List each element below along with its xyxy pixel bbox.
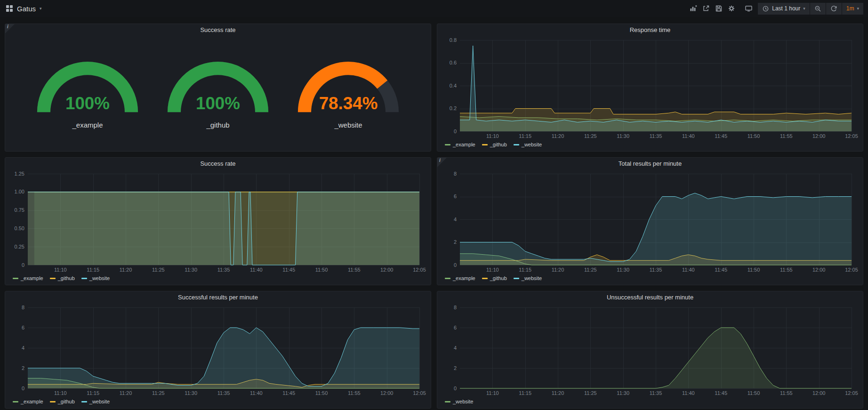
panel-title[interactable]: Successful results per minute	[9, 291, 427, 304]
x-tick-label: 11:10	[486, 390, 499, 396]
x-tick-label: 11:55	[780, 390, 793, 396]
legend-label: _website	[89, 399, 110, 404]
chart-legend: _example_github_website	[441, 273, 859, 283]
x-tick-label: 12:00	[812, 133, 826, 139]
legend-item-_github[interactable]: _github	[482, 275, 507, 281]
legend-item-_example[interactable]: _example	[445, 142, 475, 147]
series-area-_website	[28, 328, 419, 388]
x-tick-label: 11:45	[715, 267, 727, 273]
save-button[interactable]	[712, 3, 725, 14]
x-tick-label: 11:35	[217, 390, 230, 396]
dashboard-title[interactable]: Gatus	[17, 5, 36, 13]
gauge-name: _github	[206, 121, 229, 129]
response-time-chart[interactable]: 00.20.40.60.811:1011:1511:2011:2511:3011…	[441, 36, 859, 140]
legend-marker-icon	[445, 144, 450, 145]
legend-item-_website[interactable]: _website	[514, 142, 542, 147]
x-tick-label: 11:50	[747, 390, 760, 396]
navbar-left: Gatus ▾	[6, 5, 42, 13]
panel-title[interactable]: Total results per minute	[441, 158, 859, 170]
x-tick-label: 11:40	[250, 390, 263, 396]
total-results-chart[interactable]: 0246811:1011:1511:2011:2511:3011:3511:40…	[441, 170, 859, 273]
legend-item-_website[interactable]: _website	[81, 399, 110, 404]
x-tick-label: 11:50	[315, 390, 328, 396]
x-tick-label: 12:05	[413, 390, 426, 396]
x-tick-label: 11:20	[552, 267, 564, 273]
x-tick-label: 11:45	[715, 133, 727, 139]
panel-success-rate-timeseries: Success rate 00.250.500.751.001.2511:101…	[5, 157, 431, 285]
refresh-interval-button[interactable]: 1m ▾	[842, 3, 863, 15]
chevron-down-icon: ▾	[803, 7, 805, 11]
series-area-_website	[28, 192, 419, 265]
x-tick-label: 11:30	[617, 267, 629, 273]
gauge-_example: 100%_example	[31, 55, 144, 129]
y-tick-label: 4	[22, 345, 24, 351]
legend-item-_website[interactable]: _website	[81, 275, 110, 281]
y-tick-label: 0	[454, 129, 457, 134]
gear-icon[interactable]	[725, 3, 738, 14]
panel-info-icon[interactable]: i	[5, 24, 15, 33]
panel-info-icon[interactable]: i	[437, 158, 447, 167]
legend-label: _website	[453, 399, 473, 404]
x-tick-label: 11:40	[682, 133, 695, 139]
legend-marker-icon	[482, 144, 488, 145]
y-tick-label: 0	[454, 262, 457, 268]
chart-legend: _example_github_website	[9, 397, 427, 406]
success-rate-chart[interactable]: 00.250.500.751.001.2511:1011:1511:2011:2…	[9, 170, 427, 273]
zoom-out-button[interactable]	[810, 3, 826, 15]
time-range-button[interactable]: Last 1 hour ▾	[758, 3, 810, 15]
gauge-value: 100%	[196, 93, 240, 113]
x-tick-label: 11:30	[185, 390, 197, 396]
legend-item-_example[interactable]: _example	[13, 275, 43, 281]
panel-response-time: Response time 00.20.40.60.811:1011:1511:…	[437, 24, 863, 152]
refresh-button[interactable]	[826, 3, 842, 15]
gauge-value: 78.34%	[319, 93, 378, 113]
x-tick-label: 11:20	[552, 133, 564, 139]
legend-item-_example[interactable]: _example	[13, 399, 43, 404]
cycle-view-button[interactable]	[742, 3, 755, 14]
legend-marker-icon	[445, 278, 450, 279]
legend-label: _example	[21, 399, 43, 404]
gauge-value: 100%	[65, 93, 110, 113]
x-tick-label: 11:35	[650, 133, 662, 139]
legend-item-_website[interactable]: _website	[445, 399, 473, 404]
legend-item-_website[interactable]: _website	[514, 275, 542, 281]
legend-marker-icon	[445, 401, 450, 402]
legend-label: _github	[58, 275, 75, 281]
legend-item-_github[interactable]: _github	[50, 275, 75, 281]
x-tick-label: 11:15	[519, 267, 531, 273]
x-tick-label: 11:55	[348, 390, 361, 396]
legend-marker-icon	[50, 401, 56, 402]
legend-item-_github[interactable]: _github	[482, 142, 507, 147]
successful-results-chart[interactable]: 0246811:1011:1511:2011:2511:3011:3511:40…	[9, 304, 427, 397]
navbar: Gatus ▾ Last 1 hour ▾	[0, 0, 868, 17]
y-tick-label: 1.00	[15, 189, 24, 194]
unsuccessful-results-chart[interactable]: 0246811:1011:1511:2011:2511:3011:3511:40…	[441, 304, 859, 397]
panel-title[interactable]: Response time	[441, 24, 859, 36]
x-tick-label: 12:00	[812, 267, 826, 273]
add-panel-button[interactable]	[687, 3, 699, 14]
gauge-_github: 100%_github	[161, 55, 274, 129]
x-tick-label: 11:30	[185, 267, 197, 273]
legend-item-_github[interactable]: _github	[50, 399, 75, 404]
legend-label: _example	[453, 275, 475, 281]
panel-title[interactable]: Unsuccessful results per minute	[441, 291, 859, 304]
dashboard-grid-icon[interactable]	[6, 5, 13, 12]
gauge-_website: 78.34%_website	[292, 55, 405, 129]
panel-title[interactable]: Success rate	[9, 158, 427, 170]
y-tick-label: 0.6	[450, 60, 457, 65]
x-tick-label: 12:00	[812, 390, 826, 396]
legend-label: _website	[522, 142, 542, 147]
legend-item-_example[interactable]: _example	[445, 275, 475, 281]
y-tick-label: 2	[22, 365, 24, 371]
share-button[interactable]	[699, 3, 712, 14]
y-tick-label: 0.4	[450, 83, 457, 88]
panel-total-results: i Total results per minute 0246811:1011:…	[437, 157, 863, 285]
y-tick-label: 2	[454, 239, 457, 245]
x-tick-label: 11:10	[54, 267, 67, 273]
panel-title[interactable]: Success rate	[9, 24, 427, 36]
time-range-label: Last 1 hour	[772, 5, 800, 12]
chevron-down-icon[interactable]: ▾	[40, 7, 42, 11]
x-tick-label: 11:45	[715, 390, 727, 396]
legend-marker-icon	[81, 401, 87, 402]
gauge-name: _example	[72, 121, 103, 129]
